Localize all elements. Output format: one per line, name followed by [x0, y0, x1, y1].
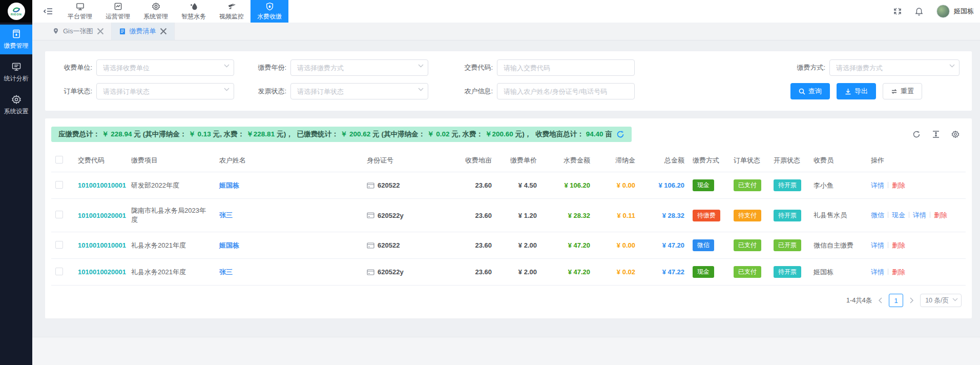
row-height-icon[interactable]	[932, 130, 940, 138]
summary-label: 元)，	[277, 129, 293, 139]
page-number[interactable]: 1	[889, 294, 903, 307]
nav-video[interactable]: 视频监控	[213, 0, 251, 23]
sidebar-item-settings[interactable]: 系统设置	[0, 90, 32, 120]
row-checkbox[interactable]	[55, 181, 63, 189]
payment-year-select[interactable]	[290, 59, 428, 76]
farmer-link[interactable]: 姬国栋	[219, 181, 239, 189]
filter-label: 交费代码:	[458, 63, 497, 72]
nav-system[interactable]: 系统管理	[137, 0, 175, 23]
delete-link[interactable]: 删除	[892, 268, 905, 276]
tab-payment-list[interactable]: 缴费清单	[112, 23, 175, 40]
farmer-link[interactable]: 张三	[219, 268, 233, 276]
cell-late-fee: ¥ 0.02	[594, 259, 639, 286]
prev-page-icon[interactable]	[878, 297, 883, 303]
filter-payment-year: 缴费年份:	[252, 59, 428, 76]
summary-label: 元 (其中滞纳金：	[134, 129, 187, 139]
summary-label: 应缴费总计：	[58, 129, 100, 139]
order-status-badge: 已支付	[734, 239, 761, 251]
summary-value: ￥ 228.94	[100, 129, 134, 139]
cell-code[interactable]: 1010010020001	[74, 259, 127, 286]
filter-buttons: 查询 导出 重置	[790, 83, 960, 99]
notification-bell-icon[interactable]	[915, 7, 923, 16]
payment-method-select[interactable]	[829, 59, 960, 76]
filter-panel: 收费单位: 缴费年份: 交费代码: 缴费方式:	[45, 51, 972, 111]
delete-link[interactable]: 删除	[892, 181, 905, 189]
wechat-pay-link[interactable]: 微信	[871, 211, 884, 219]
sidebar-item-payment[interactable]: 缴费管理	[0, 25, 32, 54]
filter-payment-method: 缴费方式:	[790, 59, 960, 76]
order-status-select[interactable]	[96, 83, 234, 99]
nav-water-fee[interactable]: 水费收缴	[251, 0, 288, 23]
detail-link[interactable]: 详情	[871, 268, 884, 276]
payment-code-input[interactable]	[497, 59, 635, 76]
pagination-total: 1-4共4条	[846, 296, 872, 305]
close-icon[interactable]	[160, 28, 167, 35]
row-checkbox[interactable]	[55, 268, 63, 275]
fullscreen-icon[interactable]	[893, 7, 902, 15]
row-actions: 详情删除	[871, 267, 949, 277]
search-button[interactable]: 查询	[790, 83, 830, 99]
row-checkbox[interactable]	[55, 241, 63, 249]
detail-link[interactable]: 详情	[871, 181, 884, 189]
export-button[interactable]: 导出	[837, 83, 876, 99]
cell-project: 礼县水务2021年度	[127, 232, 215, 259]
sidebar-item-label: 缴费管理	[4, 42, 29, 50]
nav-smart-water[interactable]: 智慧水务	[175, 0, 213, 23]
summary-label: 元, 水费：	[451, 129, 483, 139]
logo-text: RIEON	[11, 13, 22, 16]
collapse-menu-icon[interactable]	[32, 0, 61, 23]
filter-label: 缴费方式:	[790, 63, 829, 72]
tab-gis-map[interactable]: Gis一张图	[45, 23, 112, 40]
settings-gear-icon[interactable]	[951, 130, 960, 138]
next-page-icon[interactable]	[909, 297, 914, 303]
col-header: 收费地亩	[451, 149, 496, 172]
page-size-select[interactable]: 10 条/页	[920, 294, 962, 307]
cash-pay-link[interactable]: 现金	[892, 211, 905, 219]
tab-bar: Gis一张图 缴费清单	[32, 23, 980, 40]
col-header: 订单状态	[729, 149, 769, 172]
cell-collector: 姬国栋	[809, 259, 867, 286]
cell-late-fee: ¥ 0.11	[594, 199, 639, 232]
sidebar-item-statistics[interactable]: 统计分析	[0, 57, 32, 87]
delete-link[interactable]: 删除	[934, 211, 947, 219]
refresh-icon[interactable]	[912, 130, 921, 138]
farmer-link[interactable]: 姬国栋	[219, 241, 239, 249]
nav-label: 水费收缴	[257, 12, 282, 21]
invoice-status-select[interactable]	[290, 83, 428, 99]
cell-code[interactable]: 1010010020001	[74, 199, 127, 232]
col-header: 开票状态	[769, 149, 809, 172]
cell-code[interactable]: 1010010010001	[74, 172, 127, 199]
detail-link[interactable]: 详情	[871, 241, 884, 249]
filter-label: 农户信息:	[458, 87, 497, 96]
summary-refresh-icon[interactable]	[616, 130, 624, 138]
table-row: 1010010020001 礼县水务2021年度 张三 620522y 23.6…	[51, 259, 966, 286]
reset-icon	[891, 88, 898, 95]
select-all-checkbox[interactable]	[55, 156, 63, 164]
filter-label: 收费单位:	[57, 63, 96, 72]
id-card-icon	[367, 269, 374, 275]
chevron-down-icon	[949, 64, 955, 68]
charge-unit-select[interactable]	[96, 59, 234, 76]
logo-swirl-icon	[12, 7, 20, 13]
farmer-link[interactable]: 张三	[219, 211, 233, 219]
row-actions: 详情删除	[871, 240, 949, 251]
top-nav: 平台管理 运营管理 系统管理 智慧水务 视频监控 水费收缴	[61, 0, 288, 23]
sidebar-item-label: 系统设置	[4, 107, 29, 116]
cell-unit-price: ¥ 2.00	[496, 259, 541, 286]
row-checkbox[interactable]	[55, 211, 63, 218]
delete-link[interactable]: 删除	[892, 241, 905, 249]
col-header: 农户姓名	[215, 149, 363, 172]
nav-platform[interactable]: 平台管理	[61, 0, 99, 23]
farmer-info-input[interactable]	[497, 83, 635, 99]
cell-area: 23.60	[451, 259, 496, 286]
detail-link[interactable]: 详情	[913, 211, 926, 219]
user-menu[interactable]: 姬国栋	[936, 5, 974, 18]
pagination: 1-4共4条 1 10 条/页	[51, 286, 966, 316]
top-bar: RIEON 平台管理 运营管理 系统管理 智慧水务 视频监控 水费	[0, 0, 980, 23]
cell-code[interactable]: 1010010010001	[74, 232, 127, 259]
reset-button[interactable]: 重置	[883, 83, 922, 99]
nav-operations[interactable]: 运营管理	[99, 0, 137, 23]
invoice-status-badge: 待开票	[774, 179, 801, 191]
close-icon[interactable]	[97, 28, 104, 35]
nav-label: 视频监控	[219, 12, 244, 21]
